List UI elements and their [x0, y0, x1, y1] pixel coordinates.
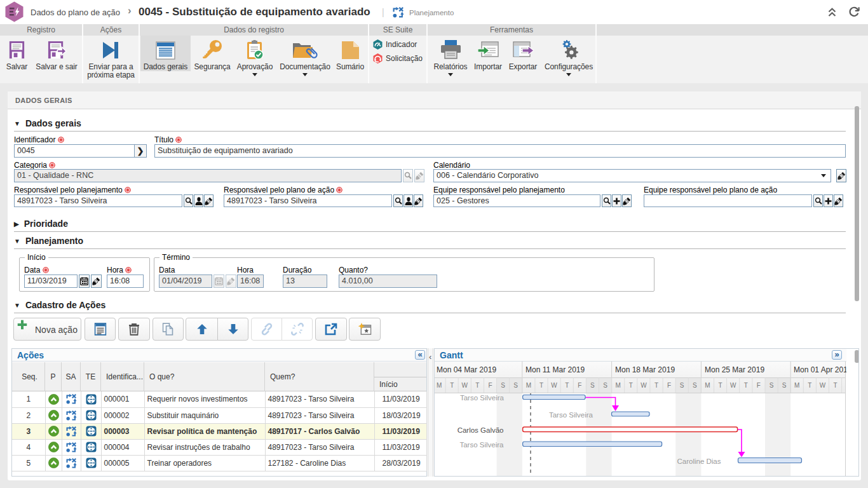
svg-text:M: M: [794, 382, 799, 389]
svg-text:S: S: [590, 382, 595, 389]
svg-text:Mon 01 Apr 2019: Mon 01 Apr 2019: [794, 365, 852, 374]
svg-text:T: T: [808, 382, 811, 389]
svg-text:T: T: [629, 382, 633, 389]
svg-text:Tarso Silveira: Tarso Silveira: [459, 441, 504, 449]
svg-text:M: M: [526, 382, 531, 389]
svg-text:Mon 04 Mar 2019: Mon 04 Mar 2019: [437, 365, 496, 374]
svg-text:T: T: [654, 382, 658, 389]
svg-text:M: M: [705, 382, 710, 389]
svg-text:S: S: [680, 382, 684, 389]
svg-text:Mon 18 Mar 2019: Mon 18 Mar 2019: [615, 365, 675, 374]
svg-text:Mon 11 Mar 2019: Mon 11 Mar 2019: [526, 365, 585, 374]
svg-text:T: T: [475, 382, 479, 389]
svg-text:S: S: [770, 382, 774, 389]
svg-text:Tarso Silveira: Tarso Silveira: [549, 411, 593, 419]
svg-text:F: F: [667, 382, 671, 389]
svg-text:S: S: [603, 382, 607, 389]
svg-text:S: S: [513, 382, 518, 389]
svg-text:Carlos Galvão: Carlos Galvão: [458, 426, 504, 434]
svg-text:F: F: [757, 382, 761, 389]
svg-text:Mon 25 Mar 2019: Mon 25 Mar 2019: [705, 365, 764, 374]
svg-text:M: M: [437, 382, 442, 389]
svg-text:W: W: [820, 382, 826, 389]
svg-text:T: T: [450, 382, 454, 389]
svg-text:F: F: [488, 382, 492, 389]
svg-text:T: T: [539, 382, 543, 389]
svg-text:W: W: [551, 382, 557, 389]
svg-text:W: W: [730, 382, 736, 389]
svg-text:T: T: [834, 382, 837, 389]
svg-text:Caroline Dias: Caroline Dias: [677, 458, 721, 465]
svg-text:T: T: [565, 382, 569, 389]
svg-text:S: S: [693, 382, 697, 389]
svg-text:S: S: [501, 382, 505, 389]
svg-text:W: W: [462, 382, 468, 389]
svg-text:Tarso Silveira: Tarso Silveira: [460, 394, 505, 402]
svg-text:T: T: [744, 382, 748, 389]
svg-text:T: T: [719, 382, 722, 389]
svg-text:F: F: [578, 382, 581, 389]
svg-text:W: W: [641, 382, 647, 389]
svg-text:M: M: [616, 382, 621, 389]
svg-text:S: S: [782, 382, 787, 389]
